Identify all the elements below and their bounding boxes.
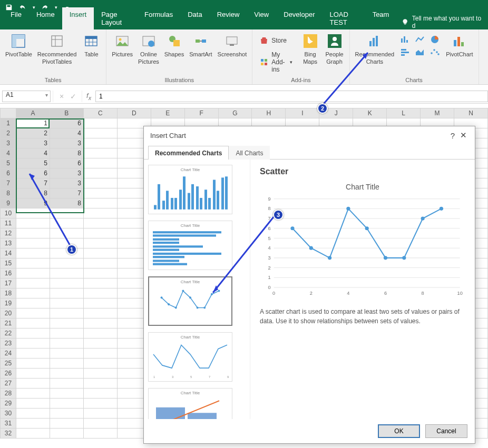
cell[interactable] (83, 178, 117, 188)
cancel-formula-icon[interactable]: × (56, 92, 67, 101)
cell[interactable] (83, 198, 117, 208)
cell[interactable] (83, 168, 117, 178)
cell[interactable] (50, 248, 83, 258)
recommended-charts-button[interactable]: Recommended Charts (354, 32, 396, 67)
ribbon-tab-load-test[interactable]: LOAD TEST (323, 7, 365, 29)
name-box[interactable]: A1 (2, 91, 51, 102)
row-header[interactable]: 20 (1, 308, 16, 318)
my-addins-button[interactable]: My Add-ins▾ (257, 49, 295, 75)
row-header[interactable]: 1 (1, 118, 16, 128)
column-header[interactable]: J (319, 108, 353, 118)
row-header[interactable]: 19 (1, 298, 16, 308)
cell[interactable] (16, 328, 50, 339)
cell[interactable]: 8 (50, 148, 83, 158)
cell[interactable] (83, 298, 117, 308)
cell[interactable]: 6 (50, 118, 83, 128)
row-header[interactable]: 15 (1, 258, 16, 268)
ribbon-tab-data[interactable]: Data (180, 7, 209, 29)
pivotchart-button[interactable]: PivotChart (445, 32, 474, 59)
cell[interactable] (83, 208, 117, 218)
tell-me-search[interactable]: Tell me what you want to d (396, 15, 488, 29)
row-header[interactable]: 17 (1, 278, 16, 288)
cell[interactable] (83, 339, 117, 349)
area-chart-icon[interactable] (413, 46, 427, 58)
column-header[interactable]: G (218, 108, 252, 118)
select-all-corner[interactable] (1, 108, 16, 118)
row-header[interactable]: 21 (1, 318, 16, 328)
fx-icon[interactable]: fx (82, 92, 95, 101)
cell[interactable] (83, 188, 117, 198)
cell[interactable] (83, 419, 117, 429)
row-header[interactable]: 6 (1, 168, 16, 178)
help-icon[interactable]: ? (447, 131, 458, 140)
cell[interactable] (50, 359, 83, 369)
cell[interactable] (50, 419, 83, 429)
cell[interactable] (83, 349, 117, 359)
chart-thumb-line[interactable]: Chart Title 13579 (148, 332, 232, 382)
row-header[interactable]: 10 (1, 208, 16, 218)
formula-input[interactable] (95, 91, 488, 102)
row-header[interactable]: 25 (1, 359, 16, 369)
scatter-chart-icon[interactable] (428, 46, 442, 58)
cell[interactable]: 8 (50, 198, 83, 208)
row-header[interactable]: 32 (1, 429, 16, 439)
ribbon-tab-file[interactable]: File (3, 7, 29, 29)
row-header[interactable]: 8 (1, 188, 16, 198)
cell[interactable] (16, 399, 50, 409)
cell[interactable] (83, 369, 117, 379)
cell[interactable] (16, 268, 50, 278)
line-chart-icon[interactable] (413, 34, 427, 45)
shapes-button[interactable]: Shapes (163, 32, 185, 59)
row-header[interactable]: 29 (1, 399, 16, 409)
cell[interactable] (16, 389, 50, 399)
people-graph-button[interactable]: People Graph (324, 32, 345, 67)
column-chart-icon[interactable] (398, 34, 412, 45)
cell[interactable] (16, 379, 50, 389)
cell[interactable]: 1 (16, 118, 50, 128)
row-header[interactable]: 11 (1, 218, 16, 228)
column-header[interactable]: B (50, 108, 83, 118)
cell[interactable] (16, 288, 50, 298)
chart-thumb-scatter[interactable]: Chart Title (148, 276, 232, 326)
cell[interactable] (16, 228, 50, 238)
cell[interactable] (50, 288, 83, 298)
cell[interactable]: 7 (50, 188, 83, 198)
pictures-button[interactable]: Pictures (111, 32, 134, 59)
pie-chart-icon[interactable] (428, 34, 442, 45)
cell[interactable]: 5 (16, 158, 50, 168)
bing-maps-button[interactable]: Bing Maps (300, 32, 321, 67)
ribbon-tab-developer[interactable]: Developer (276, 7, 322, 29)
chart-thumb-clustered-bar[interactable]: Chart Title (148, 221, 232, 270)
cell[interactable] (16, 308, 50, 318)
cell[interactable]: 2 (16, 128, 50, 138)
cell[interactable] (16, 349, 50, 359)
online-pictures-button[interactable]: Online Pictures (137, 32, 160, 67)
cell[interactable] (83, 308, 117, 318)
cell[interactable] (83, 258, 117, 268)
cell[interactable] (83, 158, 117, 168)
cell[interactable] (83, 218, 117, 228)
tab-recommended-charts[interactable]: Recommended Charts (148, 146, 229, 160)
row-header[interactable]: 2 (1, 128, 16, 138)
column-header[interactable]: H (252, 108, 286, 118)
cell[interactable] (50, 268, 83, 278)
cell[interactable]: 3 (16, 138, 50, 148)
cell[interactable] (50, 318, 83, 328)
cell[interactable] (16, 318, 50, 328)
cell[interactable] (83, 318, 117, 328)
chart-thumb-combo[interactable]: Chart Title (148, 388, 232, 419)
cell[interactable] (50, 298, 83, 308)
cell[interactable] (83, 399, 117, 409)
ribbon-tab-home[interactable]: Home (29, 7, 62, 29)
recommended-pivottables-button[interactable]: Recommended PivotTables (36, 32, 78, 67)
column-header[interactable]: D (117, 108, 151, 118)
ribbon-tab-insert[interactable]: Insert (62, 7, 94, 29)
tab-all-charts[interactable]: All Charts (229, 146, 270, 160)
smartart-button[interactable]: SmartArt (188, 32, 213, 59)
row-header[interactable]: 14 (1, 248, 16, 258)
cell[interactable] (16, 248, 50, 258)
cell[interactable]: 8 (16, 188, 50, 198)
row-header[interactable]: 7 (1, 178, 16, 188)
cell[interactable] (16, 238, 50, 248)
row-header[interactable]: 3 (1, 138, 16, 148)
